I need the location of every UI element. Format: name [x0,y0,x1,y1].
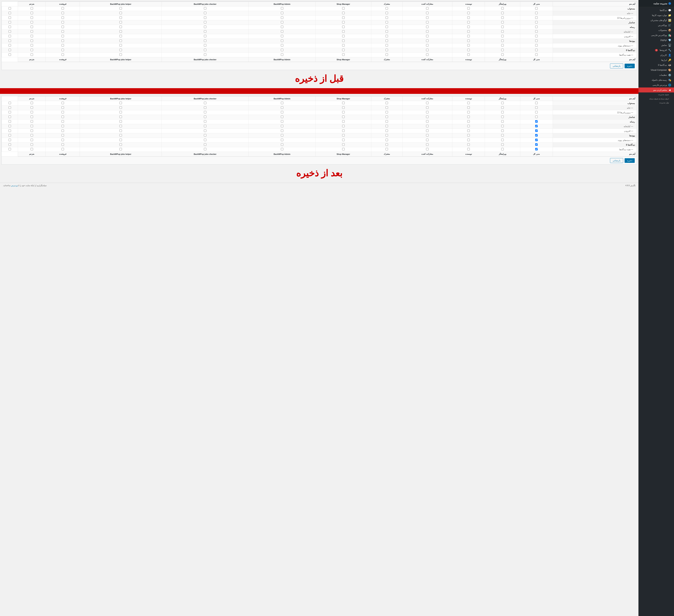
permission-checkbox[interactable] [281,44,283,46]
permission-checkbox[interactable] [30,111,33,113]
permission-checkbox[interactable] [62,49,64,51]
permission-checkbox[interactable] [535,111,538,113]
permission-checkbox[interactable] [535,129,538,132]
permission-checkbox[interactable] [467,129,470,132]
permission-checkbox[interactable] [501,7,504,10]
permission-checkbox[interactable] [342,35,345,37]
permission-checkbox[interactable] [204,7,206,10]
sidebar-item-addons[interactable]: 🔧 افزونه‌ها 1 [639,47,674,53]
permission-checkbox[interactable] [204,139,206,141]
permission-checkbox[interactable] [30,21,33,23]
permission-checkbox[interactable] [62,53,64,56]
permission-checkbox[interactable] [467,35,470,37]
permission-checkbox[interactable] [9,44,11,46]
permission-checkbox[interactable] [385,49,388,51]
permission-checkbox[interactable] [467,111,470,113]
permission-checkbox[interactable] [342,143,345,146]
permission-checkbox[interactable] [281,35,283,37]
permission-checkbox[interactable] [281,134,283,136]
permission-checkbox[interactable] [385,111,388,113]
reset-button-bottom[interactable]: بازنشانی [610,158,623,163]
permission-checkbox[interactable] [426,106,429,109]
sidebar-item-hide-menu-top[interactable]: ◀ مخفی‌کردن منو [639,88,674,92]
permission-checkbox[interactable] [535,139,538,141]
permission-checkbox[interactable] [501,21,504,23]
permission-checkbox[interactable] [281,49,283,51]
permission-checkbox[interactable] [9,7,11,10]
permission-checkbox[interactable] [204,116,206,118]
permission-checkbox[interactable] [501,49,504,51]
permission-checkbox[interactable] [501,39,504,42]
permission-checkbox[interactable] [62,134,64,136]
permission-checkbox[interactable] [119,12,122,14]
permission-checkbox[interactable] [30,125,33,127]
permission-checkbox[interactable] [62,12,64,14]
permission-checkbox[interactable] [342,12,345,14]
permission-checkbox[interactable] [30,12,33,14]
permission-checkbox[interactable] [501,134,504,136]
permission-checkbox[interactable] [9,143,11,146]
sidebar-item-samples[interactable]: 📁 موارد نمونه کارها [639,13,674,18]
permission-checkbox[interactable] [204,16,206,19]
permission-checkbox[interactable] [30,148,33,150]
permission-checkbox[interactable] [501,111,504,113]
permission-checkbox[interactable] [30,39,33,42]
permission-checkbox[interactable] [535,12,538,14]
permission-checkbox[interactable] [119,139,122,141]
permission-checkbox[interactable] [119,16,122,19]
permission-checkbox[interactable] [426,125,429,127]
permission-checkbox[interactable] [426,102,429,104]
permission-checkbox[interactable] [342,120,345,123]
permission-checkbox[interactable] [119,129,122,132]
permission-checkbox[interactable] [9,120,11,123]
permission-checkbox[interactable] [342,139,345,141]
permission-checkbox[interactable] [426,21,429,23]
permission-checkbox[interactable] [467,139,470,141]
wordpress-link[interactable]: وردپرس [11,184,18,187]
permission-checkbox[interactable] [9,39,11,42]
permission-checkbox[interactable] [385,116,388,118]
permission-checkbox[interactable] [342,106,345,109]
permission-checkbox[interactable] [535,26,538,28]
sidebar-submenu-import-export[interactable]: درون ریزی و بیرون ریزی [639,97,674,101]
permission-checkbox[interactable] [426,53,429,56]
permission-checkbox[interactable] [281,26,283,28]
sidebar-item-settings[interactable]: ⚙️ تنظیمات [639,73,674,78]
permission-checkbox[interactable] [342,125,345,127]
permission-checkbox[interactable] [62,143,64,146]
permission-checkbox[interactable] [535,16,538,19]
permission-checkbox[interactable] [204,44,206,46]
permission-checkbox[interactable] [385,16,388,19]
permission-checkbox[interactable] [62,106,64,109]
permission-checkbox[interactable] [119,44,122,46]
permission-checkbox[interactable] [119,143,122,146]
permission-checkbox[interactable] [535,106,538,109]
permission-checkbox[interactable] [204,129,206,132]
permission-checkbox[interactable] [119,134,122,136]
permission-checkbox[interactable] [426,12,429,14]
permission-checkbox[interactable] [281,16,283,19]
sidebar-item-products[interactable]: 📦 محصولات [639,28,674,33]
sidebar-item-tools[interactable]: 🔑 ابزارها [639,58,674,63]
permission-checkbox[interactable] [385,12,388,14]
permission-checkbox[interactable] [535,35,538,37]
permission-checkbox[interactable] [467,134,470,136]
permission-checkbox[interactable] [501,143,504,146]
permission-checkbox[interactable] [62,7,64,10]
permission-checkbox[interactable] [204,143,206,146]
permission-checkbox[interactable] [342,53,345,56]
permission-checkbox[interactable] [467,148,470,150]
sidebar-item-display[interactable]: 🖥️ نمایش [639,43,674,47]
permission-checkbox[interactable] [426,35,429,37]
permission-checkbox[interactable] [501,120,504,123]
permission-checkbox[interactable] [119,111,122,113]
permission-checkbox[interactable] [30,16,33,19]
permission-checkbox[interactable] [501,44,504,46]
permission-checkbox[interactable] [204,49,206,51]
permission-checkbox[interactable] [62,44,64,46]
permission-checkbox[interactable] [385,106,388,109]
permission-checkbox[interactable] [119,53,122,56]
permission-checkbox[interactable] [9,148,11,150]
permission-checkbox[interactable] [281,53,283,56]
permission-checkbox[interactable] [62,26,64,28]
